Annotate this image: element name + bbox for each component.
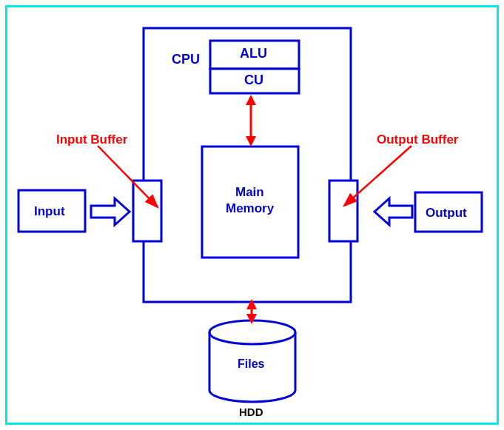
main-memory-label1: Main [235, 185, 264, 200]
cpu-label: CPU [172, 52, 200, 67]
callout-output-buffer [344, 146, 411, 206]
hdd-label: HDD [239, 406, 263, 418]
svg-rect-6 [133, 181, 161, 241]
svg-marker-12 [374, 198, 412, 225]
arrow-cu-memory [246, 95, 256, 147]
svg-point-8 [209, 320, 295, 344]
cu-label: CU [244, 73, 263, 88]
alu-label: ALU [240, 46, 267, 61]
svg-line-19 [98, 146, 158, 207]
arrow-input-to-buffer [91, 198, 130, 225]
callout-input-buffer [98, 146, 158, 207]
input-buffer-label: Input Buffer [56, 132, 127, 147]
input-label: Input [34, 204, 65, 219]
svg-marker-15 [246, 136, 256, 147]
svg-marker-14 [246, 95, 256, 105]
svg-marker-17 [246, 299, 257, 309]
svg-marker-11 [91, 198, 130, 225]
output-buffer-label: Output Buffer [377, 132, 458, 147]
output-label: Output [426, 206, 467, 221]
main-memory-label2: Memory [226, 201, 274, 216]
arrow-output-to-buffer [374, 198, 412, 225]
diagram-canvas: CPU ALU CU Input Buffer Output Buffer In… [0, 0, 504, 430]
svg-rect-7 [329, 181, 357, 241]
files-label: Files [238, 357, 264, 371]
svg-line-20 [344, 146, 411, 206]
